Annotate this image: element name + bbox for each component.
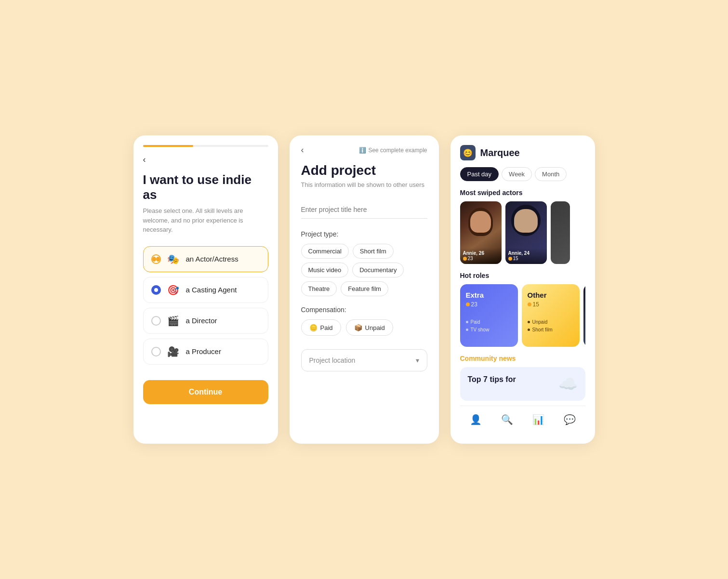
tag-commercial[interactable]: Commercial [301, 244, 349, 259]
role-radio-producer [151, 347, 161, 356]
screen1-title: I want to use indie as [133, 165, 278, 206]
fire-dot-2 [508, 257, 512, 261]
role-options-list: 🎭 an Actor/Actress 🎯 a Casting Agent 🎬 a… [133, 246, 278, 365]
nav-person-icon[interactable]: 👤 [470, 414, 482, 425]
extra-tag-2: TV show [466, 327, 512, 332]
compensation-label: Compensation: [301, 306, 427, 314]
director-label: a Director [186, 316, 217, 325]
extra-role-title: Extra [466, 291, 512, 299]
extra-fire-dot [466, 303, 470, 306]
unpaid-icon: 📦 [354, 324, 362, 331]
role-option-director[interactable]: 🎬 a Director [143, 308, 268, 334]
actor-card-1[interactable]: Annie, 26 23 [460, 201, 502, 264]
other-tag-2: Short film [528, 327, 574, 332]
roles-row: Extra 23 Paid TV show [460, 284, 585, 347]
community-card-title: Top 7 tips for [468, 375, 516, 385]
actor-name-1: Annie, 26 [463, 250, 499, 256]
tag-feature-film[interactable]: Feature film [341, 281, 388, 296]
time-tabs: Past day Week Month [460, 167, 585, 181]
actors-row: Annie, 26 23 Annie, 24 [460, 201, 585, 264]
screen2-back-button[interactable]: ‹ [301, 145, 304, 155]
info-icon: ℹ️ [359, 147, 366, 154]
other-role-count: 15 [528, 301, 574, 308]
project-title-input[interactable] [301, 202, 427, 219]
actor-name-2: Annie, 24 [508, 250, 544, 256]
role-radio-casting [151, 285, 161, 295]
extra-tag-1: Paid [466, 319, 512, 325]
other-role-title: Other [528, 291, 574, 299]
casting-label: a Casting Agent [186, 286, 237, 294]
tab-week[interactable]: Week [502, 167, 532, 181]
screen3-card: 😊 Marquee Past day Week Month Most swipe… [450, 135, 595, 444]
nav-search-icon[interactable]: 🔍 [501, 414, 513, 425]
paid-icon: 🪙 [309, 324, 318, 331]
role-option-casting[interactable]: 🎯 a Casting Agent [143, 277, 268, 303]
chevron-down-icon: ▾ [416, 356, 419, 364]
cloud-icon: ☁️ [558, 375, 578, 393]
see-example-link[interactable]: ℹ️ See complete example [359, 147, 427, 154]
actor-card-3[interactable] [551, 201, 570, 264]
community-card[interactable]: Top 7 tips for ☁️ [460, 367, 585, 401]
role-card-other[interactable]: Other 15 Unpaid Short film [522, 284, 580, 347]
tag-short-film[interactable]: Short film [353, 244, 394, 259]
actor-card-2[interactable]: Annie, 24 15 [505, 201, 547, 264]
see-example-label: See complete example [368, 147, 427, 154]
other-tag-1: Unpaid [528, 319, 574, 325]
actor-count-1: 23 [463, 256, 499, 261]
tag-theatre[interactable]: Theatre [301, 281, 337, 296]
community-news-label: Community news [460, 355, 585, 362]
tag-documentary[interactable]: Documentary [352, 263, 404, 277]
comp-paid[interactable]: 🪙 Paid [301, 319, 341, 336]
extra-role-count: 23 [466, 301, 512, 308]
nav-chat-icon[interactable]: 💬 [564, 414, 576, 425]
continue-button[interactable]: Continue [143, 380, 268, 404]
other-fire-dot [528, 303, 531, 306]
tab-past-day[interactable]: Past day [460, 167, 499, 181]
tag-music-video[interactable]: Music video [301, 263, 349, 277]
producer-icon: 🎥 [167, 346, 180, 357]
project-type-tags: Commercial Short film Music video Docume… [301, 244, 427, 296]
screen2-subtitle: This information will be shown to other … [301, 181, 427, 188]
tab-month[interactable]: Month [535, 167, 567, 181]
marquee-title: Marquee [480, 147, 520, 158]
hot-roles-label: Hot roles [460, 272, 585, 279]
screen2-title: Add project [301, 163, 427, 178]
compensation-options: 🪙 Paid 📦 Unpaid [301, 319, 427, 336]
role-card-lead[interactable] [583, 284, 585, 347]
comp-unpaid[interactable]: 📦 Unpaid [346, 319, 393, 336]
bottom-nav: 👤 🔍 📊 💬 [460, 406, 585, 425]
marquee-header: 😊 Marquee [460, 145, 585, 160]
screen2-card: ‹ ℹ️ See complete example Add project Th… [290, 135, 439, 444]
fire-dot-1 [463, 257, 467, 261]
most-swiped-label: Most swiped actors [460, 189, 585, 197]
screen1-back-button[interactable]: ‹ [133, 147, 278, 165]
actor-icon: 🎭 [167, 253, 180, 265]
project-type-label: Project type: [301, 230, 427, 238]
director-icon: 🎬 [167, 315, 180, 327]
actor-count-2: 15 [508, 256, 544, 261]
screen1-subtitle: Please select one. All skill levels are … [133, 206, 278, 246]
location-placeholder: Project location [309, 356, 356, 364]
location-select[interactable]: Project location ▾ [301, 349, 427, 371]
paid-label: Paid [320, 324, 333, 331]
screens-container: ‹ I want to use indie as Please select o… [114, 97, 614, 482]
role-option-producer[interactable]: 🎥 a Producer [143, 339, 268, 365]
casting-icon: 🎯 [167, 284, 180, 296]
role-card-extra[interactable]: Extra 23 Paid TV show [460, 284, 518, 347]
producer-label: a Producer [186, 347, 221, 355]
screen2-header: ‹ ℹ️ See complete example [301, 145, 427, 155]
unpaid-label: Unpaid [365, 324, 385, 331]
role-radio-director [151, 316, 161, 326]
screen1-card: ‹ I want to use indie as Please select o… [133, 135, 278, 444]
role-option-actor[interactable]: 🎭 an Actor/Actress [143, 246, 268, 272]
nav-grid-icon[interactable]: 📊 [532, 414, 544, 425]
actor-label: an Actor/Actress [186, 255, 238, 263]
role-radio-actor [151, 254, 161, 264]
marquee-app-icon: 😊 [460, 145, 476, 160]
